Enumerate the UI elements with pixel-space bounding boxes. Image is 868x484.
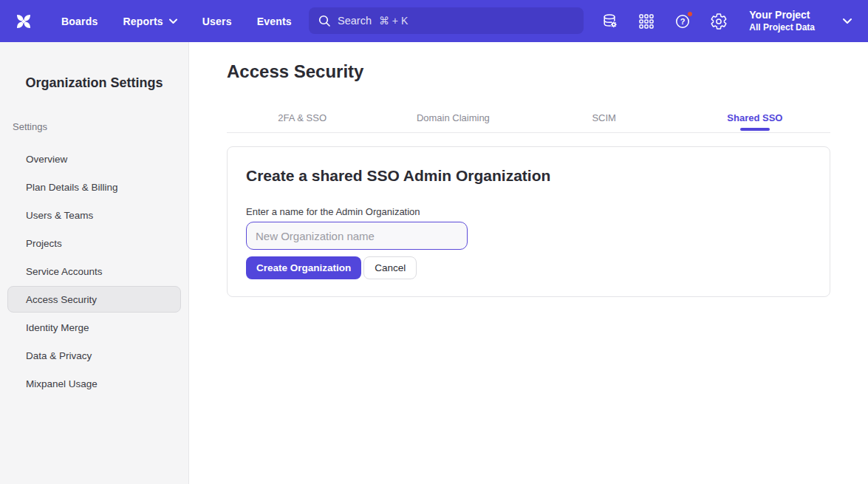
- gear-icon[interactable]: [710, 13, 728, 30]
- main-content: Access Security 2FA & SSO Domain Claimin…: [189, 42, 868, 484]
- create-sso-org-card: Create a shared SSO Admin Organization E…: [227, 146, 830, 297]
- org-name-input[interactable]: [246, 222, 468, 250]
- search-icon: [318, 14, 331, 27]
- nav-item-events[interactable]: Events: [257, 16, 292, 27]
- sidebar-title: Organization Settings: [0, 75, 188, 91]
- sidebar-item-label: Mixpanel Usage: [26, 378, 98, 389]
- card-heading: Create a shared SSO Admin Organization: [246, 167, 811, 185]
- apps-grid-icon[interactable]: [638, 13, 655, 30]
- sidebar-item-users-teams[interactable]: Users & Teams: [7, 202, 181, 228]
- sidebar-item-label: Overview: [26, 154, 67, 165]
- access-security-tabs: 2FA & SSO Domain Claiming SCIM Shared SS…: [227, 103, 830, 133]
- top-navigation-bar: Boards Reports Users Events Search ⌘ + K: [0, 0, 868, 42]
- nav-item-reports[interactable]: Reports: [123, 16, 177, 27]
- tab-label: Shared SSO: [727, 112, 782, 123]
- active-tab-underline: [740, 128, 770, 131]
- nav-item-label: Users: [202, 16, 232, 27]
- sidebar-section-label: Settings: [13, 121, 188, 132]
- sidebar-item-label: Access Security: [26, 294, 97, 305]
- sidebar-item-label: Projects: [26, 238, 62, 249]
- sidebar-item-label: Data & Privacy: [26, 350, 92, 361]
- sidebar-item-plan-details-billing[interactable]: Plan Details & Billing: [7, 174, 181, 200]
- sidebar-item-label: Users & Teams: [26, 210, 93, 221]
- sidebar-item-overview[interactable]: Overview: [7, 146, 181, 172]
- help-icon[interactable]: ?: [674, 13, 691, 30]
- nav-item-label: Boards: [61, 16, 98, 27]
- chevron-down-icon: [169, 18, 177, 24]
- nav-item-boards[interactable]: Boards: [61, 16, 98, 27]
- sidebar-item-access-security[interactable]: Access Security: [7, 286, 181, 313]
- project-switcher[interactable]: Your Project All Project Data: [749, 9, 815, 33]
- notification-badge: [686, 10, 694, 18]
- cancel-button[interactable]: Cancel: [363, 256, 417, 279]
- topbar-right-cluster: ? Your Project All Project Data: [601, 0, 868, 42]
- tab-2fa-sso[interactable]: 2FA & SSO: [227, 103, 377, 132]
- search-input[interactable]: Search ⌘ + K: [309, 7, 584, 34]
- nav-item-label: Reports: [123, 16, 163, 27]
- create-organization-button[interactable]: Create Organization: [246, 256, 361, 279]
- nav-item-label: Events: [257, 16, 292, 27]
- sidebar-item-mixpanel-usage[interactable]: Mixpanel Usage: [7, 370, 181, 397]
- sidebar-item-label: Identity Merge: [26, 322, 89, 333]
- data-management-icon[interactable]: [601, 13, 619, 30]
- sidebar-item-label: Plan Details & Billing: [26, 182, 118, 193]
- mixpanel-logo-icon[interactable]: [13, 11, 34, 32]
- svg-text:?: ?: [680, 16, 686, 25]
- page-title: Access Security: [227, 61, 830, 82]
- tab-label: 2FA & SSO: [278, 112, 327, 123]
- sidebar-item-data-privacy[interactable]: Data & Privacy: [7, 342, 181, 369]
- primary-nav: Boards Reports Users Events: [61, 16, 292, 27]
- org-name-label: Enter a name for the Admin Organization: [246, 206, 811, 217]
- sidebar-item-list: Overview Plan Details & Billing Users & …: [0, 146, 188, 397]
- sidebar-item-projects[interactable]: Projects: [7, 230, 181, 256]
- search-shortcut: ⌘ + K: [379, 15, 408, 27]
- project-name: Your Project: [749, 9, 815, 21]
- sidebar-item-label: Service Accounts: [26, 266, 103, 277]
- sidebar-item-service-accounts[interactable]: Service Accounts: [7, 258, 181, 284]
- chevron-down-icon[interactable]: [843, 18, 852, 24]
- card-actions: Create Organization Cancel: [246, 256, 811, 279]
- sidebar-item-identity-merge[interactable]: Identity Merge: [7, 314, 181, 341]
- tab-scim[interactable]: SCIM: [529, 103, 680, 132]
- nav-item-users[interactable]: Users: [202, 16, 232, 27]
- project-scope: All Project Data: [749, 21, 815, 33]
- tab-label: Domain Claiming: [417, 112, 490, 123]
- search-placeholder: Search: [338, 15, 372, 27]
- tab-domain-claiming[interactable]: Domain Claiming: [377, 103, 528, 132]
- tab-label: SCIM: [592, 112, 616, 123]
- tab-shared-sso[interactable]: Shared SSO: [680, 103, 830, 132]
- settings-sidebar: Organization Settings Settings Overview …: [0, 42, 189, 484]
